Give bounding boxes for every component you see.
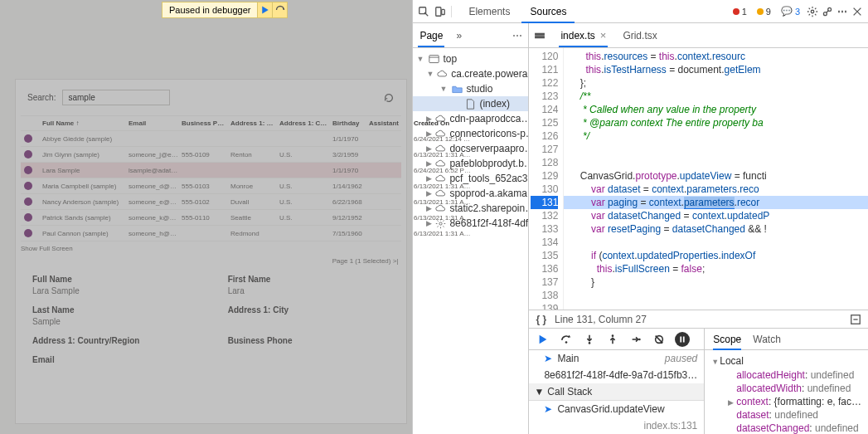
close-tab-icon[interactable]: × <box>600 29 607 41</box>
navigator-tab-page[interactable]: Page <box>418 25 444 46</box>
table-row[interactable]: Lara Samplelsample@adatu…1/1/19706/24/20… <box>21 163 401 178</box>
svg-point-12 <box>589 342 591 344</box>
scope-variable[interactable]: allocatedHeight: undefined <box>705 368 868 382</box>
step-into-button[interactable] <box>582 332 597 347</box>
file-tree[interactable]: ▼top ▼ca.create.powera… ▼studio (index) … <box>413 48 528 434</box>
scope-variable[interactable]: dataset: undefined <box>705 408 868 422</box>
coverage-icon[interactable] <box>850 314 861 325</box>
svg-rect-9 <box>536 36 545 37</box>
debugger-pause-banner: Paused in debugger <box>162 2 288 18</box>
data-grid[interactable]: Full Name ↑ Email Business Phone Address… <box>21 115 401 241</box>
banner-resume-button[interactable] <box>257 2 272 17</box>
svg-point-11 <box>565 341 568 344</box>
info-badge[interactable]: 💬3 <box>778 6 803 17</box>
devtools: Elements Sources 1 9 💬3 ⋯ Page » ⋯ ▼top … <box>412 0 868 434</box>
close-icon[interactable] <box>851 6 863 17</box>
show-full-screen-link[interactable]: Show Full Screen <box>16 241 406 256</box>
thread-main[interactable]: ➤Mainpaused <box>529 350 704 367</box>
tab-scope[interactable]: Scope <box>713 329 741 349</box>
table-row[interactable]: Jim Glynn (sample)someone_j@exa…555-0109… <box>21 147 401 163</box>
svg-point-13 <box>612 334 614 337</box>
tab-watch[interactable]: Watch <box>753 329 781 349</box>
file-tabs: index.ts× Grid.tsx <box>529 23 868 48</box>
pager[interactable]: Page 1 (1 Selected) >| <box>16 256 406 266</box>
refresh-icon[interactable] <box>383 92 395 104</box>
svg-rect-1 <box>436 7 441 16</box>
devtools-topbar: Elements Sources 1 9 💬3 ⋯ <box>413 0 868 23</box>
tab-sources[interactable]: Sources <box>521 1 575 22</box>
svg-point-7 <box>439 222 442 224</box>
code-editor[interactable]: 1201211221231241251261271281291301311321… <box>529 48 868 310</box>
folder-icon <box>451 83 463 95</box>
link-icon[interactable] <box>822 6 833 17</box>
svg-rect-8 <box>536 33 545 35</box>
svg-point-14 <box>638 338 641 340</box>
navigator-pane: Page » ⋯ ▼top ▼ca.create.powera… ▼studio… <box>413 23 529 434</box>
navigator-more-icon[interactable]: ⋯ <box>512 30 523 41</box>
device-toggle-icon[interactable] <box>434 6 446 17</box>
error-badge[interactable]: 1 <box>730 7 750 17</box>
paused-label: Paused in debugger <box>162 2 257 17</box>
resume-button[interactable] <box>536 332 550 347</box>
callstack-frame[interactable]: ➤CanvasGrid.updateView <box>529 401 704 417</box>
table-row[interactable]: Paul Cannon (sample)someone_h@exa…Redmon… <box>21 226 401 241</box>
navigator-tab-more-icon[interactable]: » <box>454 25 463 46</box>
pause-on-exceptions-button[interactable] <box>675 332 690 347</box>
debugger-controls <box>529 329 704 350</box>
app-card: Search: Full Name ↑ Email Business Phone… <box>15 79 407 424</box>
scope-variable[interactable]: datasetChanged: undefined <box>705 422 868 434</box>
deactivate-breakpoints-button[interactable] <box>652 332 667 347</box>
pretty-print-icon[interactable]: { } <box>536 314 546 325</box>
table-row[interactable]: Abbye Giedde (sample)1/1/19706/24/2021 1… <box>21 131 401 147</box>
step-over-button[interactable] <box>559 332 574 347</box>
step-out-button[interactable] <box>605 332 620 347</box>
scope-body[interactable]: ▼Local allocatedHeight: undefinedallocat… <box>705 350 868 434</box>
document-icon <box>464 98 476 110</box>
scope-variable[interactable]: allocatedWidth: undefined <box>705 382 868 395</box>
svg-rect-16 <box>683 336 685 342</box>
table-row[interactable]: Nancy Anderson (sample)someone_e@exa…555… <box>21 194 401 210</box>
svg-point-3 <box>811 10 814 13</box>
search-input[interactable] <box>62 90 170 105</box>
svg-rect-2 <box>442 9 445 14</box>
more-icon[interactable]: ⋯ <box>836 6 848 17</box>
search-label: Search: <box>27 93 56 102</box>
cloud-icon <box>437 68 448 80</box>
svg-rect-15 <box>681 336 682 342</box>
table-row[interactable]: Patrick Sands (sample)someone_k@exa…555-… <box>21 210 401 226</box>
settings-icon[interactable] <box>807 6 818 17</box>
thread-detail[interactable]: 8e681f2f-418f-4dfe-9a7d-d15fb3… <box>529 367 704 383</box>
detail-pane: Full NameLara Sample First NameLara Last… <box>16 266 406 381</box>
table-row[interactable]: Maria Campbell (sample)someone_d@exa…555… <box>21 178 401 194</box>
callstack-header[interactable]: ▼Call Stack <box>529 383 704 401</box>
grid-header: Full Name ↑ Email Business Phone Address… <box>21 116 401 131</box>
scope-variable[interactable]: ▶context: {formatting: e, fac… <box>705 395 868 408</box>
file-tab-index[interactable]: index.ts× <box>559 24 608 46</box>
svg-rect-6 <box>429 55 439 62</box>
window-icon <box>428 53 439 65</box>
step-button[interactable] <box>628 332 643 347</box>
inspect-icon[interactable] <box>418 6 429 17</box>
tab-elements[interactable]: Elements <box>460 1 518 22</box>
warning-badge[interactable]: 9 <box>754 7 774 17</box>
status-line: { } Line 131, Column 27 <box>529 310 868 328</box>
navigator-toggle-icon[interactable] <box>534 30 546 41</box>
file-tab-grid[interactable]: Grid.tsx <box>621 25 658 46</box>
banner-step-button[interactable] <box>272 2 287 17</box>
